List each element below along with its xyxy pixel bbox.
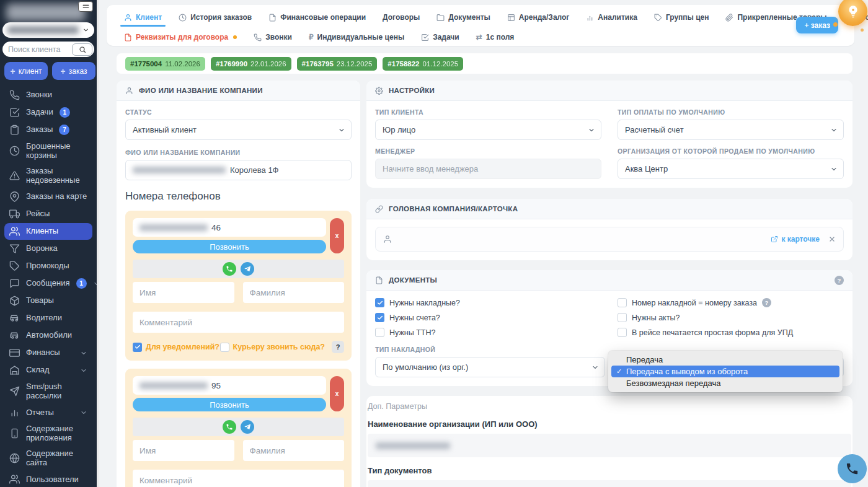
documents-help-button[interactable]: ? xyxy=(835,276,844,285)
sidebar-item-cars[interactable]: Автомобили xyxy=(4,327,92,344)
tab-tasks[interactable]: Задачи xyxy=(421,33,459,42)
call-fab-button[interactable] xyxy=(838,454,867,483)
comment-input[interactable] xyxy=(133,470,344,487)
sidebar-item-messages[interactable]: Сообщения1 xyxy=(4,275,92,292)
doc-checkbox[interactable] xyxy=(618,298,627,307)
call-button[interactable]: Позвонить xyxy=(133,240,326,253)
last-name-input[interactable] xyxy=(243,282,345,303)
tab-label: Аналитика xyxy=(598,13,637,22)
tab-financial-operations[interactable]: Финансовые операции xyxy=(268,13,366,22)
tab-order-history[interactable]: История заказов xyxy=(179,13,252,22)
tab-contract-details[interactable]: Реквизиты для договора xyxy=(124,33,237,42)
add-client-button[interactable]: +клиент xyxy=(4,62,48,80)
sidebar-item-users[interactable]: Пользователи xyxy=(4,471,92,487)
doc-checkbox[interactable] xyxy=(618,313,627,322)
clear-head-company-button[interactable] xyxy=(828,235,836,243)
courier-checkbox[interactable] xyxy=(220,343,229,352)
add-order-button-top[interactable]: + заказ xyxy=(796,17,838,33)
sidebar-item-warehouse[interactable]: Склад xyxy=(4,362,92,379)
dropdown-option-label: Передача с выводом из оборота xyxy=(626,367,748,376)
order-badge[interactable]: #176379523.12.2025 xyxy=(297,57,378,71)
sidebar-item-reports[interactable]: Отчеты xyxy=(4,404,92,421)
first-name-input[interactable] xyxy=(133,440,234,461)
profile-selector[interactable] xyxy=(2,22,94,38)
client-name-field[interactable]: Королева 1Ф xyxy=(125,160,352,180)
help-icon[interactable]: ? xyxy=(762,298,771,307)
courier-help-button[interactable]: ? xyxy=(332,341,344,353)
whatsapp-icon[interactable] xyxy=(223,262,236,276)
search-input[interactable] xyxy=(4,45,72,54)
tab-label: Аренда/Залог xyxy=(519,13,570,22)
dropdown-option[interactable]: Передача xyxy=(611,354,839,366)
sidebar-item-drivers[interactable]: Водители xyxy=(4,310,92,327)
doc-checkbox[interactable] xyxy=(375,298,384,307)
doc-type-select[interactable]: УПД+СЧЕТ xyxy=(368,480,851,487)
invoice-type-select[interactable]: По умолчанию (из орг.) xyxy=(375,357,605,377)
sidebar-item-calls[interactable]: Звонки xyxy=(4,87,92,103)
doc-checkbox[interactable] xyxy=(375,313,384,322)
order-badge[interactable]: #175882201.12.2025 xyxy=(383,57,463,71)
sidebar-item-clients[interactable]: Клиенты xyxy=(4,223,92,240)
phone-number-field[interactable]: 95 xyxy=(133,376,326,395)
sidebar-item-abandoned-carts[interactable]: Брошенные корзины xyxy=(4,139,92,163)
chevron-down-icon xyxy=(338,126,345,134)
tab-price-groups[interactable]: Группы цен xyxy=(654,13,709,22)
sidebar-item-app-content[interactable]: Содержание приложения xyxy=(4,421,92,445)
organization-select[interactable]: Аква Центр xyxy=(618,159,844,179)
remove-phone-button[interactable]: x xyxy=(330,376,344,411)
tab-documents[interactable]: Документы xyxy=(436,13,490,22)
sidebar-item-undelivered-orders[interactable]: Заказы недовезенные xyxy=(4,164,92,188)
sidebar-item-orders[interactable]: Заказы7 xyxy=(4,121,92,138)
status-select[interactable]: Активный клиент xyxy=(125,120,352,140)
menu-icon[interactable] xyxy=(78,1,93,12)
truck-icon xyxy=(9,209,20,219)
search-button[interactable] xyxy=(72,43,92,56)
tab-1c-fields[interactable]: ⇄1с поля xyxy=(476,33,515,42)
whatsapp-icon[interactable] xyxy=(223,420,236,434)
manager-input[interactable] xyxy=(375,159,601,179)
sidebar-item-promocodes[interactable]: Промокоды xyxy=(4,258,92,274)
order-badge[interactable]: #177500411.02.2026 xyxy=(125,57,205,71)
telegram-icon[interactable] xyxy=(241,420,254,434)
call-button[interactable]: Позвонить xyxy=(133,398,326,411)
to-card-link[interactable]: к карточке xyxy=(771,235,820,244)
tab-contracts[interactable]: Договоры xyxy=(383,13,420,22)
org-name-field[interactable] xyxy=(368,434,851,457)
dropdown-option[interactable]: Безвозмездная передача xyxy=(611,377,839,389)
order-badge[interactable]: #176999022.01.2026 xyxy=(211,57,291,71)
settings-column: НАСТРОЙКИ ТИП КЛИЕНТА Юр лицо ТИП ОПЛАТЫ… xyxy=(366,81,852,487)
sidebar-item-trips[interactable]: Рейсы xyxy=(4,206,92,222)
dropdown-option-label: Безвозмездная передача xyxy=(626,379,720,388)
redacted-text xyxy=(376,442,450,449)
sidebar-nav: ЗвонкиЗадачи1Заказы7Брошенные корзиныЗак… xyxy=(0,84,97,487)
sidebar-item-label: Заказы недовезенные xyxy=(26,167,87,185)
check-square-icon xyxy=(9,107,20,118)
sidebar-item-products[interactable]: Товары xyxy=(4,292,92,309)
comment-input[interactable] xyxy=(133,312,344,333)
client-type-select[interactable]: Юр лицо xyxy=(375,120,601,140)
tag-icon xyxy=(9,261,20,271)
remove-phone-button[interactable]: x xyxy=(330,218,344,253)
last-name-input[interactable] xyxy=(243,440,345,461)
sidebar-item-finance[interactable]: Финансы xyxy=(4,344,92,361)
tab-calls[interactable]: Звонки xyxy=(254,33,292,42)
dropdown-option[interactable]: ✓Передача с выводом из оборота xyxy=(611,366,839,377)
sidebar-item-tasks[interactable]: Задачи1 xyxy=(4,104,92,121)
sidebar-item-orders-on-map[interactable]: Заказы на карте xyxy=(4,188,92,205)
doc-checkbox[interactable] xyxy=(375,328,384,337)
add-order-button-sidebar[interactable]: +заказ xyxy=(52,62,95,80)
tab-individual-prices[interactable]: ₽Индивидуальные цены xyxy=(309,33,404,42)
tab-rent-pledge[interactable]: Аренда/Залог xyxy=(507,13,570,22)
sidebar-item-sms-push[interactable]: Sms/push рассылки xyxy=(4,379,92,403)
tab-client[interactable]: Клиент xyxy=(124,13,162,22)
sidebar-item-site-content[interactable]: Содержание сайта xyxy=(4,446,92,470)
first-name-input[interactable] xyxy=(133,282,234,303)
notify-checkbox[interactable] xyxy=(133,343,142,352)
tab-analytics[interactable]: Аналитика xyxy=(586,13,637,22)
user-icon xyxy=(383,235,392,244)
phone-number-field[interactable]: 46 xyxy=(133,218,326,237)
doc-checkbox[interactable] xyxy=(618,328,627,337)
telegram-icon[interactable] xyxy=(241,262,254,276)
sidebar-item-funnel[interactable]: Воронка xyxy=(4,240,92,257)
payment-type-select[interactable]: Расчетный счет xyxy=(618,120,844,140)
